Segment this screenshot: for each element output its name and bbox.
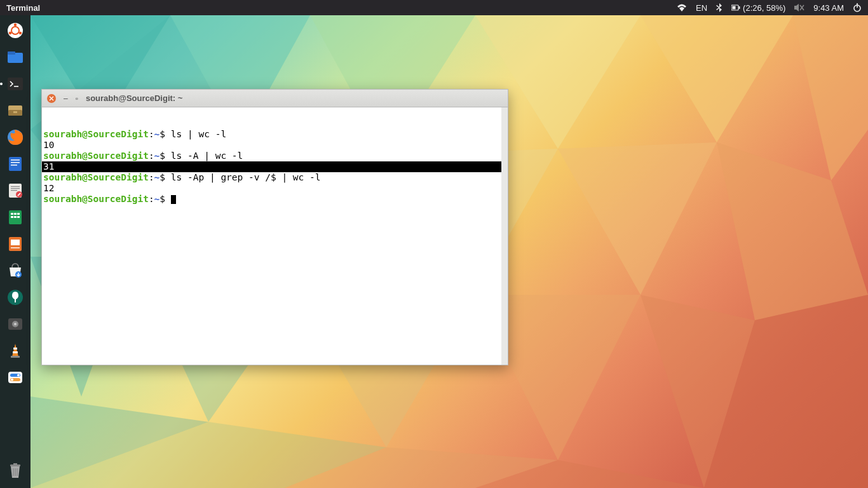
svg-rect-40 — [11, 159, 20, 161]
svg-marker-5 — [793, 15, 868, 180]
dock-toggle-app[interactable] — [4, 366, 27, 389]
active-window-title: Terminal — [6, 3, 40, 13]
svg-rect-25 — [857, 3, 858, 8]
svg-point-69 — [17, 374, 20, 377]
terminal-line: 12 — [42, 183, 508, 194]
system-tray: EN (2:26, 58%) 9:43 AM — [677, 3, 862, 13]
window-maximize-button[interactable]: ▫ — [76, 94, 78, 103]
dock-files[interactable] — [4, 46, 27, 69]
terminal-line: sourabh@SourceDigit:~$ ls -Ap | grep -v … — [42, 172, 508, 183]
svg-point-28 — [14, 24, 17, 26]
svg-rect-37 — [13, 111, 17, 113]
terminal-cursor — [171, 195, 176, 204]
svg-rect-42 — [11, 165, 17, 166]
power-icon[interactable] — [853, 3, 862, 12]
svg-rect-46 — [11, 190, 17, 191]
battery-indicator[interactable]: (2:26, 58%) — [731, 3, 785, 13]
wifi-icon[interactable] — [677, 4, 687, 11]
svg-rect-22 — [733, 6, 736, 10]
svg-rect-54 — [14, 216, 17, 218]
svg-rect-72 — [10, 464, 20, 466]
language-indicator[interactable]: EN — [696, 3, 707, 13]
dock-vlc[interactable] — [4, 339, 27, 362]
svg-rect-41 — [11, 162, 20, 163]
dock-image-viewer[interactable] — [4, 313, 27, 336]
launcher-dock — [0, 15, 31, 488]
svg-point-71 — [11, 379, 13, 381]
battery-text: (2:26, 58%) — [743, 3, 785, 13]
svg-rect-45 — [11, 188, 20, 189]
dock-software-center[interactable] — [4, 259, 27, 282]
terminal-line: 31 — [42, 161, 508, 172]
svg-point-29 — [19, 32, 22, 34]
dock-show-applications[interactable] — [4, 19, 27, 42]
top-panel: Terminal EN (2:26, 58%) 9:43 AM — [0, 0, 868, 15]
dock-terminal[interactable] — [4, 72, 27, 95]
dock-trash[interactable] — [4, 459, 27, 482]
volume-muted-icon[interactable] — [794, 3, 804, 12]
svg-marker-10 — [717, 142, 868, 320]
svg-rect-53 — [11, 216, 13, 218]
window-minimize-button[interactable]: – — [64, 94, 68, 103]
svg-rect-50 — [11, 213, 13, 215]
terminal-line: sourabh@SourceDigit:~$ ls -A | wc -l — [42, 151, 508, 161]
svg-rect-51 — [14, 213, 17, 215]
terminal-window[interactable]: – ▫ sourabh@SourceDigit: ~ sourabh@Sourc… — [41, 89, 508, 365]
dock-file-manager[interactable] — [4, 99, 27, 122]
clock[interactable]: 9:43 AM — [813, 3, 844, 13]
svg-rect-39 — [9, 157, 22, 171]
dock-impress[interactable] — [4, 233, 27, 255]
svg-rect-67 — [8, 372, 22, 383]
dock-calc[interactable] — [4, 206, 27, 229]
dock-settings[interactable] — [4, 286, 27, 309]
svg-rect-32 — [8, 51, 15, 55]
dock-firefox[interactable] — [4, 126, 27, 149]
svg-rect-33 — [8, 78, 23, 90]
terminal-line: sourabh@SourceDigit:~$ — [42, 194, 508, 205]
svg-rect-55 — [17, 216, 20, 218]
svg-point-63 — [14, 323, 17, 325]
terminal-line: 10 — [42, 140, 508, 151]
svg-rect-64 — [13, 348, 17, 349]
svg-marker-4 — [641, 15, 793, 142]
terminal-line: sourabh@SourceDigit:~$ ls | wc -l — [42, 129, 508, 140]
svg-rect-65 — [13, 351, 18, 353]
scrollbar[interactable] — [501, 107, 508, 365]
window-title: sourabh@SourceDigit: ~ — [86, 93, 182, 103]
svg-rect-52 — [17, 213, 20, 215]
dock-text-editor[interactable] — [4, 179, 27, 202]
svg-rect-23 — [739, 6, 740, 9]
window-titlebar[interactable]: – ▫ sourabh@SourceDigit: ~ — [42, 90, 508, 107]
svg-rect-66 — [11, 356, 20, 358]
terminal-content[interactable]: sourabh@SourceDigit:~$ ls | wc -l10soura… — [42, 107, 508, 365]
svg-rect-44 — [11, 186, 20, 187]
window-close-button[interactable] — [47, 94, 56, 103]
svg-point-30 — [9, 32, 11, 34]
dock-writer[interactable] — [4, 152, 27, 175]
svg-rect-58 — [11, 247, 20, 248]
bluetooth-icon[interactable] — [716, 3, 722, 12]
svg-marker-9 — [558, 142, 717, 295]
svg-rect-57 — [11, 240, 20, 245]
svg-rect-73 — [13, 463, 17, 464]
